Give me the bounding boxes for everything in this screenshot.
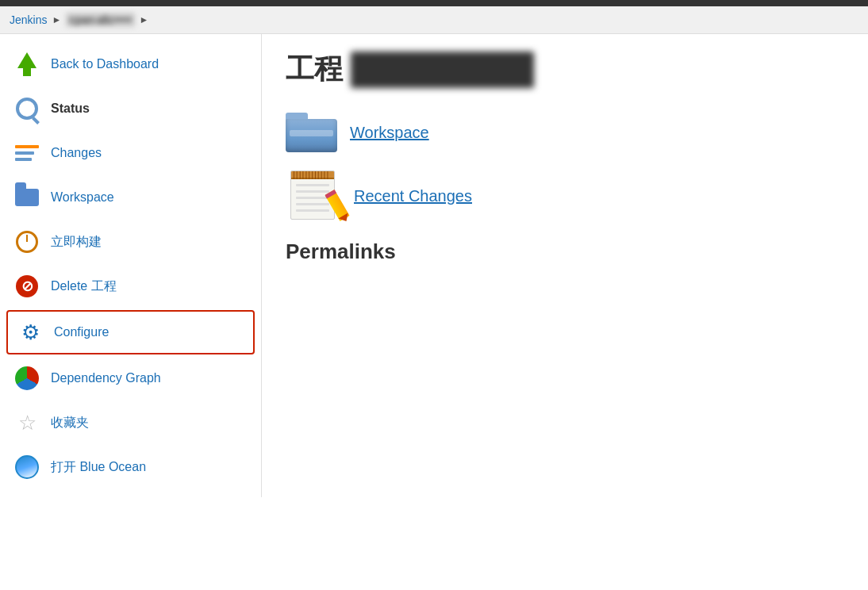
sidebar-label-dependency-graph: Dependency Graph [51, 371, 161, 385]
sidebar-label-back: Back to Dashboard [51, 57, 159, 71]
sidebar-item-configure[interactable]: ⚙ Configure [6, 310, 255, 354]
sidebar-label-blue-ocean: 打开 Blue Ocean [51, 459, 146, 476]
recent-changes-content-link[interactable]: Recent Changes [354, 187, 472, 205]
sidebar-label-changes: Changes [51, 146, 102, 160]
recent-changes-link-row: Recent Changes [286, 168, 844, 224]
wave-icon [13, 453, 41, 481]
sidebar: Back to Dashboard Status Changes [0, 34, 262, 497]
project-name: cpan-alic••••• [351, 52, 534, 88]
sidebar-label-status: Status [51, 102, 90, 116]
top-bar [0, 0, 868, 6]
sidebar-label-workspace: Workspace [51, 190, 114, 205]
breadcrumb-sep-2: ► [140, 14, 149, 25]
sidebar-label-delete: Delete 工程 [51, 278, 117, 295]
sidebar-item-favorites[interactable]: ☆ 收藏夹 [0, 400, 261, 445]
arrow-up-icon [13, 50, 41, 79]
content-area: 工程 cpan-alic••••• Workspace [262, 34, 868, 497]
breadcrumb-jenkins[interactable]: Jenkins [10, 13, 47, 26]
breadcrumb-project[interactable]: cpan-alic••••• [66, 13, 134, 27]
project-title: 工程 cpan-alic••••• [286, 50, 844, 89]
sidebar-item-dependency-graph[interactable]: Dependency Graph [0, 356, 261, 400]
changes-icon [13, 139, 41, 167]
permalinks-title: Permalinks [286, 239, 844, 264]
sidebar-item-status[interactable]: Status [0, 86, 261, 131]
notepad-large-icon [286, 168, 341, 224]
sidebar-item-build-now[interactable]: 立即构建 [0, 220, 261, 264]
stop-icon: ⊘ [13, 272, 41, 301]
sidebar-item-delete[interactable]: ⊘ Delete 工程 [0, 264, 261, 308]
main-layout: Back to Dashboard Status Changes [0, 34, 868, 497]
clock-icon [13, 228, 41, 256]
star-icon: ☆ [13, 408, 41, 437]
sidebar-item-workspace[interactable]: Workspace [0, 175, 261, 220]
sidebar-item-changes[interactable]: Changes [0, 131, 261, 175]
pie-chart-icon [13, 364, 41, 393]
sidebar-item-blue-ocean[interactable]: 打开 Blue Ocean [0, 445, 261, 489]
project-label: 工程 [286, 50, 343, 89]
search-icon [13, 94, 41, 123]
sidebar-label-build-now: 立即构建 [51, 234, 102, 251]
workspace-link-row: Workspace [286, 113, 844, 152]
breadcrumb: Jenkins ► cpan-alic••••• ► [0, 6, 868, 34]
sidebar-label-configure: Configure [54, 325, 109, 339]
workspace-content-link[interactable]: Workspace [350, 124, 429, 142]
sidebar-item-back-to-dashboard[interactable]: Back to Dashboard [0, 42, 261, 86]
gear-icon: ⚙ [16, 318, 44, 347]
breadcrumb-sep-1: ► [52, 14, 61, 25]
sidebar-label-favorites: 收藏夹 [51, 415, 89, 431]
folder-large-icon [286, 113, 337, 152]
folder-icon [13, 183, 41, 212]
